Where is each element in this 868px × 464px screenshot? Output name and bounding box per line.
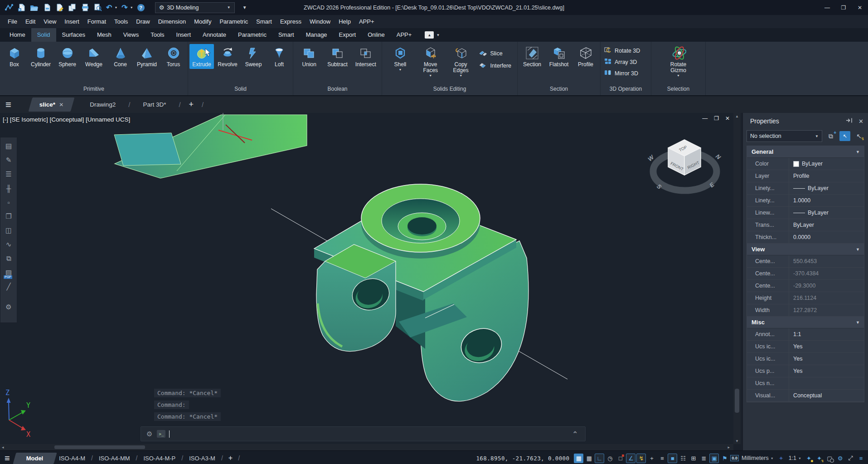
osnap-toggle-icon[interactable]: □: [616, 454, 625, 463]
ortho-toggle-icon[interactable]: ∟: [595, 454, 604, 463]
lineweight-toggle-icon[interactable]: +: [647, 454, 656, 463]
menu-smart[interactable]: Smart: [252, 16, 276, 27]
sweep-button[interactable]: Sweep: [241, 44, 266, 69]
property-row-height[interactable]: Height 216.1124: [747, 292, 864, 304]
group-select-tool-icon[interactable]: ▫: [3, 197, 14, 207]
tab-mesh[interactable]: Mesh: [91, 28, 117, 42]
property-row-center-z[interactable]: Cente... -29.3000: [747, 280, 864, 292]
line-tool-icon[interactable]: ╱: [3, 282, 14, 292]
solids-tool-icon[interactable]: ❐: [3, 211, 14, 221]
dynamic-dimension-icon[interactable]: 0.0: [730, 455, 739, 461]
menu-view[interactable]: View: [39, 16, 60, 27]
wedge-button[interactable]: Wedge: [82, 44, 106, 69]
menu-file[interactable]: File: [4, 16, 21, 27]
vp-minimize-icon[interactable]: —: [702, 115, 708, 122]
panel-close-icon[interactable]: ✕: [858, 118, 863, 125]
angle-snap-icon[interactable]: ∠: [626, 454, 635, 463]
property-row-annotation-scale[interactable]: Annot... 1:1: [747, 328, 864, 341]
settings-gear-icon[interactable]: ⚙: [835, 454, 845, 463]
property-row-thickness[interactable]: Thickn... 0.0000: [747, 231, 864, 244]
polar-toggle-icon[interactable]: ◷: [605, 454, 615, 463]
section-view[interactable]: View ▼: [747, 244, 864, 255]
section-general[interactable]: General ▼: [747, 146, 864, 158]
scale-dropdown[interactable]: 1:1 ▼: [787, 455, 803, 461]
copy-edges-button[interactable]: Copy Edges ▼: [449, 44, 473, 78]
viewport-tool-icon[interactable]: ⧉: [3, 254, 14, 264]
sphere-button[interactable]: Sphere: [55, 44, 80, 69]
add-layout-button[interactable]: +: [223, 454, 238, 462]
help-icon[interactable]: ?: [137, 4, 145, 11]
palette-settings-icon[interactable]: ⚙: [3, 302, 14, 312]
move-faces-button[interactable]: Move Faces ▼: [418, 44, 443, 78]
clevis-model[interactable]: [314, 184, 529, 401]
autohide-icon[interactable]: [846, 117, 853, 125]
select-objects-icon[interactable]: ↖: [839, 131, 850, 141]
quick-select-icon[interactable]: ↖↯: [853, 131, 864, 141]
flag-icon[interactable]: ⚑: [720, 454, 729, 463]
property-row-ucs-name[interactable]: Ucs n...: [747, 377, 864, 390]
layout-tab-iso-a3-m[interactable]: ISO-A3-M: [183, 452, 221, 464]
property-row-ucs-icon-origin[interactable]: Ucs ic... Yes: [747, 353, 864, 365]
fullscreen-icon[interactable]: ⤢: [846, 454, 855, 463]
rotate-gizmo-button[interactable]: Rotate Gizmo ▼: [659, 44, 698, 78]
preview-icon[interactable]: [93, 4, 102, 12]
tab-app-plus[interactable]: APP+: [391, 28, 418, 42]
doc-tab-part3d[interactable]: Part 3D*: [134, 98, 175, 112]
rotate-3d-button[interactable]: Rotate 3D: [604, 47, 640, 54]
pickadd-toggle-icon[interactable]: ⧉+: [825, 131, 836, 141]
new-file-icon[interactable]: [17, 4, 26, 12]
rotate-gizmo-caret-icon[interactable]: ▼: [677, 74, 680, 77]
property-row-center-y[interactable]: Cente... -370.4384: [747, 268, 864, 280]
scroll-up-icon[interactable]: ▲: [733, 113, 741, 119]
cylinder-button[interactable]: Cylinder: [29, 44, 53, 69]
tab-surfaces[interactable]: Surfaces: [56, 28, 91, 42]
mirror-3d-button[interactable]: Mirror 3D: [604, 69, 640, 77]
statusbar-menu-icon[interactable]: ≡: [856, 454, 866, 463]
pyramid-button[interactable]: Pyramid: [135, 44, 159, 69]
menu-tools[interactable]: Tools: [110, 16, 132, 27]
viewport-label[interactable]: [-] [SE Isometric] [Conceptual] [Unnamed…: [3, 116, 130, 123]
viewport-hscrollbar[interactable]: ◂ ▸: [0, 444, 733, 450]
annotation-visibility-icon[interactable]: ✦↯: [815, 454, 824, 463]
menu-window[interactable]: Window: [305, 16, 335, 27]
tab-online[interactable]: Online: [362, 28, 391, 42]
viewport-maximize-icon[interactable]: ▣: [709, 454, 719, 463]
property-row-center-x[interactable]: Cente... 550.6453: [747, 255, 864, 268]
array-3d-button[interactable]: Array 3D: [604, 58, 640, 66]
viewport-vscrollbar[interactable]: ▲ ▼: [733, 113, 741, 444]
property-row-layer[interactable]: Layer Profile: [747, 170, 864, 182]
redo-icon[interactable]: ↷: [121, 4, 127, 11]
property-row-transparency[interactable]: Trans... ByLayer: [747, 219, 864, 231]
tab-parametric[interactable]: Parametric: [232, 28, 272, 42]
compass-north[interactable]: N: [714, 153, 722, 161]
property-row-lineweight[interactable]: Linew... ByLayer: [747, 207, 864, 219]
shell-caret-icon[interactable]: ▼: [398, 68, 402, 71]
tab-tools[interactable]: Tools: [145, 28, 170, 42]
add-selected-icon[interactable]: ⊞: [689, 454, 698, 463]
properties-list-icon[interactable]: ☷: [678, 454, 688, 463]
close-button[interactable]: ✕: [852, 0, 868, 15]
dimstyle-tool-icon[interactable]: ╫: [3, 183, 14, 193]
section-misc[interactable]: Misc ▼: [747, 317, 864, 328]
intersect-button[interactable]: Intersect: [354, 44, 378, 69]
annotation-auto-icon[interactable]: ✦: [804, 454, 814, 463]
section-tool-icon[interactable]: ◫: [3, 225, 14, 235]
scroll-right-icon[interactable]: ▸: [727, 444, 730, 450]
ribbon-options-caret-icon[interactable]: ▼: [436, 33, 440, 37]
union-button[interactable]: Union: [297, 44, 321, 69]
save-icon[interactable]: [43, 4, 51, 12]
command-input-bar[interactable]: ⚙ >_ ⌃: [141, 426, 586, 441]
command-settings-icon[interactable]: ⚙: [146, 430, 152, 438]
edit-entity-tool-icon[interactable]: ✎: [3, 155, 14, 165]
copy-icon[interactable]: [68, 4, 77, 12]
tab-solid[interactable]: Solid: [31, 28, 56, 42]
doc-menu-icon[interactable]: ≡: [0, 100, 18, 110]
slice-button[interactable]: Slice: [479, 49, 512, 58]
otrack-toggle-icon[interactable]: ↯: [636, 454, 646, 463]
vp-close-icon[interactable]: ✕: [725, 115, 730, 122]
pgp-edit-tool-icon[interactable]: ▨PGP: [3, 268, 14, 278]
torus-button[interactable]: Torus: [161, 44, 186, 69]
vp-restore-icon[interactable]: ❐: [714, 115, 719, 122]
tab-manage[interactable]: Manage: [300, 28, 333, 42]
snap-toggle-icon[interactable]: ▦: [574, 454, 583, 463]
